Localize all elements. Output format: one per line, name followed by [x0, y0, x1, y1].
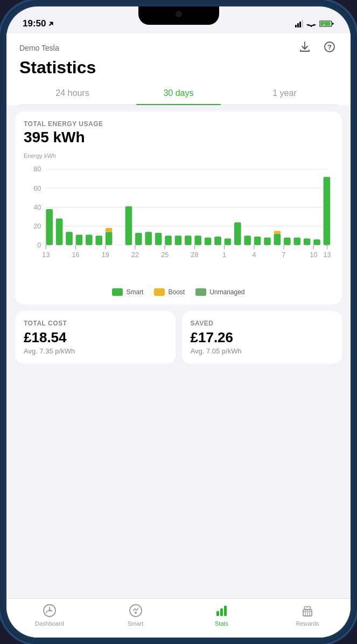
battery-icon: ⚡ — [319, 20, 334, 27]
tab-30days[interactable]: 30 days — [125, 82, 232, 105]
cost-bg-icon: £ — [132, 311, 176, 364]
app-content: Demo Tesla ? — [6, 33, 351, 638]
svg-rect-42 — [304, 238, 311, 245]
nav-rewards-label: Rewards — [296, 620, 319, 627]
legend-smart: Smart — [112, 288, 143, 296]
energy-section-label: TOTAL ENERGY USAGE — [24, 120, 333, 128]
status-icons: ⚡ — [295, 20, 334, 27]
svg-rect-30 — [194, 236, 201, 245]
svg-rect-21 — [106, 232, 113, 245]
svg-rect-16 — [56, 219, 63, 245]
svg-rect-38 — [274, 234, 281, 245]
svg-text:25: 25 — [161, 251, 169, 259]
header: Demo Tesla ? — [6, 33, 351, 105]
svg-text:16: 16 — [72, 251, 80, 259]
svg-rect-39 — [274, 231, 281, 233]
svg-rect-20 — [95, 236, 102, 245]
svg-point-69 — [315, 318, 331, 335]
svg-rect-29 — [185, 236, 192, 245]
stats-row: TOTAL COST £18.54 Avg. 7.35 p/kWh £ SAVE… — [15, 311, 342, 364]
svg-rect-32 — [214, 237, 221, 245]
tab-1year[interactable]: 1 year — [232, 82, 338, 105]
svg-rect-23 — [125, 206, 132, 245]
svg-rect-40 — [284, 238, 291, 245]
help-icon: ? — [324, 41, 335, 53]
svg-text:13: 13 — [42, 251, 50, 259]
svg-rect-33 — [225, 238, 232, 245]
svg-point-73 — [135, 612, 137, 614]
bottom-nav: Dashboard Smart — [6, 598, 351, 638]
nav-smart-label: Smart — [128, 620, 143, 627]
nav-dashboard[interactable]: Dashboard — [6, 603, 93, 627]
svg-rect-17 — [66, 232, 73, 245]
time-text: 19:50 — [23, 18, 46, 29]
dashboard-icon — [42, 603, 57, 618]
help-button[interactable]: ? — [321, 39, 338, 57]
svg-text:1: 1 — [222, 251, 226, 259]
energy-value: 395 kWh — [24, 129, 333, 146]
notch — [138, 6, 219, 25]
legend-unmanaged: Unmanaged — [195, 288, 244, 296]
svg-text:10: 10 — [310, 251, 317, 259]
phone-frame: 19:50 — [0, 0, 357, 644]
saved-card: SAVED £17.26 Avg. 7.05 p/kWh — [182, 311, 342, 364]
nav-dashboard-label: Dashboard — [35, 620, 64, 627]
stats-icon — [214, 603, 229, 618]
download-button[interactable] — [297, 39, 313, 57]
signal-icon — [295, 20, 303, 27]
svg-rect-41 — [293, 238, 300, 245]
energy-chart: 80 60 40 20 0 — [24, 163, 333, 282]
smart-icon — [128, 603, 143, 618]
total-cost-card: TOTAL COST £18.54 Avg. 7.35 p/kWh £ — [15, 311, 176, 364]
legend-boost: Boost — [154, 288, 185, 296]
nav-stats[interactable]: Stats — [179, 603, 265, 627]
svg-rect-34 — [234, 223, 241, 245]
location-icon — [48, 20, 54, 27]
status-time: 19:50 — [23, 18, 54, 29]
legend-smart-color — [112, 288, 123, 296]
legend-unmanaged-color — [195, 288, 206, 296]
svg-text:?: ? — [327, 43, 332, 51]
header-top: Demo Tesla ? — [19, 39, 338, 57]
page-title: Statistics — [19, 58, 338, 78]
svg-text:22: 22 — [131, 251, 139, 259]
svg-text:80: 80 — [33, 166, 41, 174]
nav-smart[interactable]: Smart — [93, 603, 179, 627]
svg-rect-25 — [145, 232, 152, 245]
tabs: 24 hours 30 days 1 year — [19, 82, 338, 105]
svg-rect-76 — [224, 606, 227, 616]
svg-rect-22 — [106, 228, 113, 232]
svg-rect-18 — [76, 234, 83, 245]
svg-text:40: 40 — [33, 204, 41, 211]
svg-text:28: 28 — [191, 251, 198, 259]
tab-24hours[interactable]: 24 hours — [19, 82, 125, 105]
svg-rect-24 — [135, 233, 142, 245]
header-actions: ? — [297, 39, 338, 57]
svg-rect-26 — [155, 233, 162, 245]
wifi-icon — [306, 20, 316, 27]
nav-rewards[interactable]: Rewards — [264, 603, 351, 627]
svg-rect-75 — [220, 608, 223, 616]
svg-rect-31 — [205, 238, 212, 245]
main-content: TOTAL ENERGY USAGE 395 kWh Energy kWh 8 — [6, 105, 351, 598]
svg-text:4: 4 — [252, 251, 256, 259]
svg-rect-27 — [165, 236, 172, 245]
svg-text:60: 60 — [33, 185, 41, 192]
nav-stats-label: Stats — [215, 620, 228, 627]
chart-y-label: Energy kWh — [24, 153, 333, 159]
chart-container: 80 60 40 20 0 — [24, 163, 333, 282]
download-icon — [299, 41, 311, 53]
svg-rect-44 — [324, 177, 331, 245]
svg-rect-36 — [254, 237, 261, 245]
svg-rect-43 — [313, 239, 320, 245]
camera — [176, 11, 182, 17]
svg-rect-35 — [244, 236, 251, 245]
phone-screen: 19:50 — [6, 6, 351, 638]
svg-text:0: 0 — [37, 241, 41, 249]
svg-text:⚡: ⚡ — [322, 23, 326, 27]
vehicle-name: Demo Tesla — [19, 44, 59, 52]
svg-rect-28 — [175, 236, 182, 245]
svg-text:7: 7 — [282, 251, 285, 259]
svg-text:19: 19 — [102, 251, 109, 259]
svg-rect-37 — [264, 238, 271, 245]
